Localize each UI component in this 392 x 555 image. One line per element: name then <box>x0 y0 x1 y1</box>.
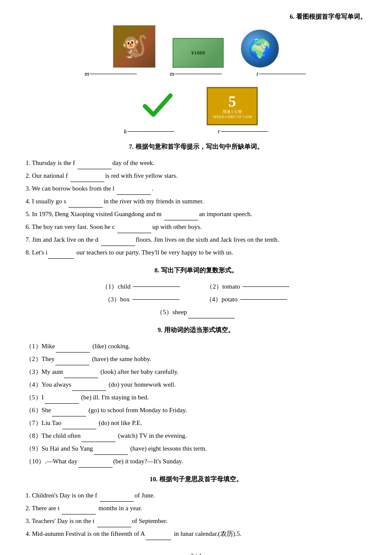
s9-s1: （1）Mike (like) cooking. <box>26 340 366 353</box>
section7-block: 7. 根据句意和首字母提示，写出句中所缺单词。 1. Thursday is t… <box>26 140 366 259</box>
globe-image <box>241 29 279 68</box>
s9-s10: （10）.—What day(be) it today?—It's Sunday… <box>26 455 366 468</box>
section10-block: 10. 根据句子意思及首字母填空。 1. Children's Day is o… <box>26 473 366 540</box>
section8-row1: （1）child （2）tomato <box>26 280 366 293</box>
money-image <box>173 38 224 68</box>
section8-block: 8. 写出下列单词的复数形式。 （1）child （2）tomato （3）bo… <box>26 264 366 318</box>
section8-title: 8. 写出下列单词的复数形式。 <box>26 264 366 277</box>
s9-s6: （6）She (go) to school from Monday to Fri… <box>26 404 366 416</box>
s7-s5: 5. In 1979, Deng Xiaoping visited Guangd… <box>26 208 366 220</box>
s8-potato: （4）potato <box>206 293 288 306</box>
section9-block: 9. 用动词的适当形式填空。 （1）Mike (like) cooking. （… <box>26 324 366 468</box>
section10-title: 10. 根据句子意思及首字母填空。 <box>26 473 366 486</box>
s7-s4: 4. I usually go s in the river with my f… <box>26 195 366 208</box>
s10-s3: 3. Teachers' Day is on the t of Septembe… <box>26 515 366 527</box>
label-globe: t <box>247 70 315 78</box>
labels-row2: k r <box>26 128 366 135</box>
s8-child: （1）child <box>102 280 181 293</box>
s7-s7: 7. Jim and Jack live on the d floors. Ji… <box>26 233 366 246</box>
s10-s2: 2. There are t months in a year. <box>26 502 366 515</box>
images-row1 <box>26 25 366 68</box>
section9-title: 9. 用动词的适当形式填空。 <box>26 324 366 336</box>
monkey-image <box>113 25 156 68</box>
speed-image: 5 限速 5 公里SPEED LIMIT OF 5 KM <box>207 87 258 125</box>
s10-s4: 4. Mid-autumn Festival is on the fifteen… <box>26 527 366 540</box>
s7-s2: 2. Our national f is red with five yello… <box>26 169 366 182</box>
section7-title: 7. 根据句意和首字母提示，写出句中所缺单词。 <box>26 140 366 153</box>
s9-s2: （2）They (have) the same hobby. <box>26 353 366 365</box>
s7-s8: 8. Let's i our teachers to our party. Th… <box>26 246 366 259</box>
s8-tomato: （2）tomato <box>206 280 290 293</box>
s7-s6: 6. The boy ran very fast. Soon he c up w… <box>26 220 366 233</box>
s9-s5: （5）I (be) ill. I'm staying in bed. <box>26 391 366 404</box>
checkmark-image <box>134 83 181 125</box>
s8-box: （3）box <box>104 293 180 306</box>
s9-s3: （3）My aunt (look) after her baby careful… <box>26 365 366 378</box>
label-monkey: m <box>77 70 145 78</box>
s7-s1: 1. Thursday is the f day of the week. <box>26 156 366 169</box>
label-speed: r <box>209 128 277 135</box>
s9-s4: （4）You always (do) your homework well. <box>26 378 366 391</box>
page-number: 2 / 4 <box>26 553 366 555</box>
s9-s9: （9）Su Hai and Su Yang (have) eight lesso… <box>26 442 366 455</box>
labels-row1: m m t <box>26 70 366 78</box>
section6-title: 6. 看图根据首字母写单词。 <box>26 13 366 21</box>
s10-s1: 1. Children's Day is on the f of June. <box>26 489 366 502</box>
s9-s8: （8）The child often (watch) TV in the eve… <box>26 429 366 442</box>
label-checkmark: k <box>115 128 183 135</box>
s7-s3: 3. We can borrow books from the l . <box>26 182 366 195</box>
images-row2: 5 限速 5 公里SPEED LIMIT OF 5 KM <box>26 83 366 125</box>
s9-s7: （7）Liu Tao (do) not like P.E. <box>26 416 366 429</box>
label-money: m <box>162 70 230 78</box>
section8-row3: （5）sheep <box>26 306 366 318</box>
section8-row2: （3）box （4）potato <box>26 293 366 306</box>
